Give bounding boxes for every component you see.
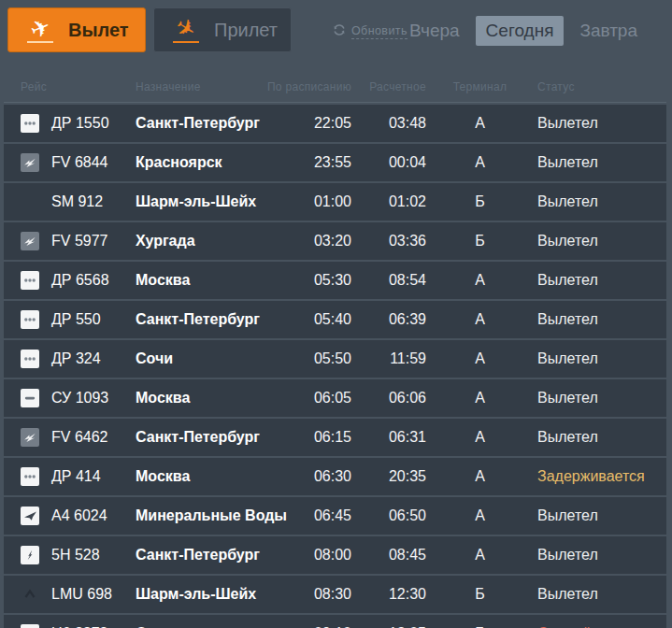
- day-today-button[interactable]: Сегодня: [476, 16, 565, 46]
- tab-departures[interactable]: ✈ Вылет: [7, 7, 146, 52]
- dots-logo-icon: [21, 114, 39, 133]
- day-tomorrow-button[interactable]: Завтра: [569, 16, 648, 46]
- destination: Хургада: [136, 233, 286, 250]
- terminal: А: [475, 468, 485, 485]
- flight-number: LMU 698: [51, 586, 136, 603]
- destination: Москва: [136, 468, 286, 485]
- day-switcher: Вчера Сегодня Завтра: [399, 16, 648, 46]
- flight-number: ДР 324: [51, 350, 136, 367]
- direction-tabs: ✈ Вылет ✈ Прилет: [7, 7, 292, 52]
- flight-number: FV 6844: [51, 154, 136, 171]
- estimated-time: 03:36: [389, 233, 426, 250]
- flight-number: ДР 1550: [51, 115, 136, 132]
- estimated-time: 00:04: [389, 154, 426, 171]
- table-row: A4 6024 Минеральные Воды 06:45 06:50 А В…: [4, 497, 666, 535]
- scheduled-time: 06:05: [314, 390, 351, 407]
- destination: Москва: [136, 390, 286, 407]
- table-row: ДР 1550 Санкт-Петербург 22:05 03:48 А Вы…: [4, 105, 666, 142]
- terminal: Б: [475, 233, 485, 250]
- destination: Москва: [136, 272, 286, 289]
- terminal: А: [475, 154, 485, 171]
- scheduled-time: 06:30: [314, 468, 351, 485]
- plane-silhouette-icon: [21, 507, 39, 525]
- terminal: А: [475, 429, 485, 446]
- estimated-time: 03:48: [389, 115, 426, 132]
- table-header: Рейс Назначение По расписанию Расчетное …: [4, 75, 666, 103]
- estimated-time: 06:39: [389, 311, 426, 328]
- column-header-status: Статус: [534, 80, 666, 93]
- flight-number: FV 6462: [51, 429, 136, 446]
- no-airline-icon: [21, 193, 39, 211]
- rossiya-wing-icon: [21, 153, 39, 172]
- table-row: 5H 528 Санкт-Петербург 08:00 08:45 А Выл…: [4, 536, 666, 574]
- scheduled-time: 08:00: [314, 547, 351, 564]
- status: Вылетел: [534, 115, 666, 132]
- flight-number: ДР 6568: [51, 272, 136, 289]
- terminal: А: [475, 507, 485, 524]
- table-row: FV 6462 Санкт-Петербург 06:15 06:31 А Вы…: [4, 419, 666, 456]
- destination: Санкт-Петербург: [136, 115, 286, 132]
- departure-plane-icon: ✈: [21, 17, 59, 43]
- dash-logo-icon: [21, 389, 39, 407]
- terminal: Б: [475, 586, 485, 603]
- arrival-plane-icon: ✈: [167, 17, 205, 43]
- terminal: А: [475, 547, 485, 564]
- status: Вылетел: [534, 390, 666, 407]
- flight-number: СУ 1093: [51, 390, 136, 407]
- estimated-time: 11:59: [390, 350, 426, 367]
- table-row: LMU 698 Шарм-эль-Шейх 08:30 12:30 Б Выле…: [4, 576, 666, 613]
- scheduled-time: 08:30: [314, 586, 351, 603]
- scheduled-time: 05:30: [314, 272, 351, 289]
- rossiya-wing-icon: [21, 428, 39, 447]
- dots-logo-icon: [21, 350, 39, 368]
- status: Вылетел: [534, 507, 666, 524]
- status: Вылетел: [534, 193, 666, 210]
- flight-number: 5H 528: [51, 547, 136, 564]
- table-row: FV 5977 Хургада 03:20 03:36 Б Вылетел: [4, 222, 666, 260]
- day-yesterday-button[interactable]: Вчера: [399, 16, 470, 46]
- terminal: А: [475, 350, 485, 367]
- destination: Красноярск: [136, 154, 286, 171]
- scheduled-time: 06:45: [314, 507, 351, 524]
- scheduled-time: 23:55: [314, 154, 351, 171]
- flight-table: ДР 1550 Санкт-Петербург 22:05 03:48 А Вы…: [0, 105, 672, 628]
- table-row: U6 2873 Ош 09:10 12:05 Б Отменён: [4, 615, 666, 628]
- terminal: Б: [475, 193, 485, 210]
- terminal: А: [475, 115, 485, 132]
- top-bar: ✈ Вылет ✈ Прилет Обновить Вчера Сегодня: [0, 0, 672, 75]
- column-header-terminal: Терминал: [453, 80, 508, 93]
- status: Вылетел: [534, 350, 666, 367]
- table-row: ДР 550 Санкт-Петербург 05:40 06:39 А Выл…: [4, 301, 666, 338]
- status: Вылетел: [534, 586, 666, 603]
- terminal: А: [475, 272, 485, 289]
- feather-logo-icon: [21, 546, 39, 564]
- estimated-time: 12:30: [389, 586, 426, 603]
- column-header-estimated: Расчетное: [369, 80, 426, 93]
- scheduled-time: 05:40: [314, 311, 351, 328]
- flight-number: ДР 414: [51, 468, 136, 485]
- status: Вылетел: [534, 272, 666, 289]
- flight-number: FV 5977: [51, 233, 136, 250]
- column-header-flight: Рейс: [21, 80, 136, 93]
- status: Задерживается: [534, 468, 666, 485]
- swoosh-logo-icon: [21, 624, 39, 628]
- destination: Санкт-Петербург: [136, 311, 286, 328]
- refresh-button[interactable]: Обновить: [333, 23, 407, 39]
- table-row: ДР 6568 Москва 05:30 08:54 А Вылетел: [4, 262, 666, 299]
- table-row: СУ 1093 Москва 06:05 06:06 А Вылетел: [4, 379, 666, 417]
- table-row: ДР 324 Сочи 05:50 11:59 А Вылетел: [4, 340, 666, 378]
- estimated-time: 01:02: [389, 193, 426, 210]
- scheduled-time: 05:50: [314, 350, 351, 367]
- flight-number: A4 6024: [51, 507, 136, 524]
- column-header-scheduled: По расписанию: [267, 80, 351, 93]
- scheduled-time: 03:20: [314, 233, 351, 250]
- scheduled-time: 06:15: [314, 429, 351, 446]
- tab-arrivals[interactable]: ✈ Прилет: [153, 7, 292, 52]
- destination: Санкт-Петербург: [136, 429, 286, 446]
- estimated-time: 20:35: [389, 468, 426, 485]
- terminal: А: [475, 390, 485, 407]
- scheduled-time: 01:00: [314, 193, 351, 210]
- estimated-time: 06:31: [389, 429, 426, 446]
- flight-number: SM 912: [51, 193, 136, 210]
- destination: Шарм-эль-Шейх: [136, 586, 286, 603]
